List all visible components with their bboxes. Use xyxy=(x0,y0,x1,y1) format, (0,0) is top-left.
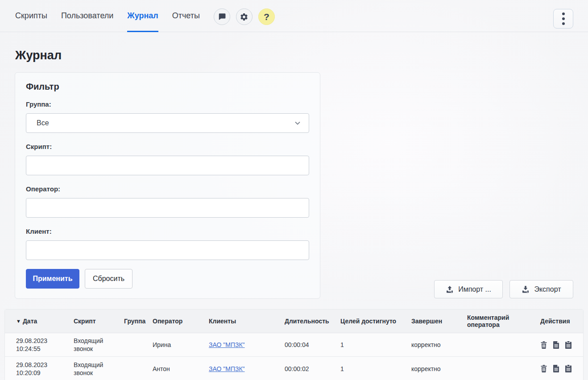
table-row: 29.08.202310:20:09 Входящий звонок Антон… xyxy=(5,357,583,380)
document-icon xyxy=(553,365,559,372)
export-button[interactable]: Экспорт xyxy=(509,280,573,298)
column-header-script[interactable]: Скрипт xyxy=(68,310,119,333)
more-menu-button[interactable] xyxy=(553,9,573,29)
kebab-dot xyxy=(562,17,565,20)
filter-buttons: Применить Сбросить xyxy=(26,269,309,289)
column-header-goals[interactable]: Целей достигнуто xyxy=(335,310,406,333)
column-header-actions: Действия xyxy=(535,310,583,333)
help-button[interactable]: ? xyxy=(258,8,275,25)
cell-operator: Антон xyxy=(147,357,203,380)
chat-button[interactable] xyxy=(214,8,230,25)
cell-date: 29.08.202310:20:09 xyxy=(5,357,68,380)
top-navbar: Скрипты Пользователи Журнал Отчеты ? xyxy=(0,0,588,32)
reset-button[interactable]: Сбросить xyxy=(85,269,133,289)
page-title: Журнал xyxy=(15,32,573,62)
chevron-down-icon xyxy=(294,120,301,127)
nav-icon-group: ? xyxy=(214,8,275,25)
delete-button[interactable] xyxy=(540,341,547,349)
chat-bubble-icon xyxy=(218,12,226,21)
client-label: Клиент: xyxy=(26,227,309,235)
cell-duration: 00:00:04 xyxy=(279,333,335,357)
download-icon xyxy=(522,285,530,293)
apply-button[interactable]: Применить xyxy=(26,269,79,289)
report-button[interactable] xyxy=(553,341,559,349)
cell-actions xyxy=(535,357,583,380)
cell-date: 29.08.202310:24:55 xyxy=(5,333,68,357)
sort-desc-icon: ▼ xyxy=(16,318,21,324)
settings-button[interactable] xyxy=(236,8,253,25)
client-link[interactable]: ЗАО "МПЗК" xyxy=(209,365,245,372)
filter-title: Фильтр xyxy=(26,82,309,92)
kebab-dot xyxy=(562,12,565,15)
column-header-finished[interactable]: Завершен xyxy=(406,310,462,333)
column-header-group[interactable]: Группа xyxy=(119,310,147,333)
kebab-dot xyxy=(562,22,565,25)
table-row: 29.08.202310:24:55 Входящий звонок Ирина… xyxy=(5,333,583,357)
delete-button[interactable] xyxy=(540,365,547,372)
table-header-row: ▼Дата Скрипт Группа Оператор Клиенты Дли… xyxy=(5,310,583,333)
group-select-value: Все xyxy=(37,119,49,127)
column-header-date[interactable]: ▼Дата xyxy=(5,310,68,333)
cell-duration: 00:00:02 xyxy=(279,357,335,380)
report-button[interactable] xyxy=(553,365,559,372)
operator-label: Оператор: xyxy=(26,185,309,193)
export-button-label: Экспорт xyxy=(534,285,561,293)
client-input[interactable] xyxy=(26,240,309,260)
cell-finished: корректно xyxy=(406,333,462,357)
column-header-operator[interactable]: Оператор xyxy=(147,310,203,333)
import-button-label: Импорт ... xyxy=(458,285,491,293)
cell-operator: Ирина xyxy=(147,333,203,357)
cell-group xyxy=(119,357,147,380)
journal-table: ▼Дата Скрипт Группа Оператор Клиенты Дли… xyxy=(4,309,584,380)
tab-reports[interactable]: Отчеты xyxy=(172,0,200,32)
cell-group xyxy=(119,333,147,357)
script-label: Скрипт: xyxy=(26,143,309,150)
journal-table-wrap: ▼Дата Скрипт Группа Оператор Клиенты Дли… xyxy=(4,309,584,380)
cell-comment xyxy=(462,357,535,380)
tab-journal[interactable]: Журнал xyxy=(127,0,158,32)
cell-comment xyxy=(462,333,535,357)
column-header-duration[interactable]: Длительность xyxy=(279,310,335,333)
upload-icon xyxy=(446,285,454,293)
cell-goals: 1 xyxy=(335,333,406,357)
copy-button[interactable] xyxy=(565,341,571,349)
gear-icon xyxy=(240,12,248,21)
import-button[interactable]: Импорт ... xyxy=(434,280,503,298)
cell-clients: ЗАО "МПЗК" xyxy=(203,333,279,357)
main-content: Журнал Фильтр Группа: Все Скрипт: Операт… xyxy=(0,32,588,299)
tab-users[interactable]: Пользователи xyxy=(61,0,113,32)
filter-zone: Фильтр Группа: Все Скрипт: Оператор: Кли… xyxy=(15,72,573,299)
cell-script: Входящий звонок xyxy=(68,333,119,357)
nav-tabs: Скрипты Пользователи Журнал Отчеты xyxy=(15,0,214,32)
cell-actions xyxy=(535,333,583,357)
question-mark-icon: ? xyxy=(264,12,269,22)
trash-icon xyxy=(540,365,547,372)
column-header-clients[interactable]: Клиенты xyxy=(203,310,279,333)
import-export-group: Импорт ... Экспорт xyxy=(434,280,573,298)
group-select[interactable]: Все xyxy=(26,113,309,133)
document-icon xyxy=(553,341,559,349)
group-label: Группа: xyxy=(26,100,309,108)
script-input[interactable] xyxy=(26,156,309,175)
cell-goals: 1 xyxy=(335,357,406,380)
cell-clients: ЗАО "МПЗК" xyxy=(203,357,279,380)
client-link[interactable]: ЗАО "МПЗК" xyxy=(209,341,245,348)
clipboard-icon xyxy=(565,365,571,372)
copy-button[interactable] xyxy=(565,365,571,372)
clipboard-icon xyxy=(565,341,571,349)
operator-input[interactable] xyxy=(26,198,309,218)
trash-icon xyxy=(540,341,547,349)
cell-script: Входящий звонок xyxy=(68,357,119,380)
tab-scripts[interactable]: Скрипты xyxy=(15,0,47,32)
column-header-comment[interactable]: Комментарий оператора xyxy=(462,310,535,333)
filter-card: Фильтр Группа: Все Скрипт: Оператор: Кли… xyxy=(15,72,320,299)
cell-finished: корректно xyxy=(406,357,462,380)
